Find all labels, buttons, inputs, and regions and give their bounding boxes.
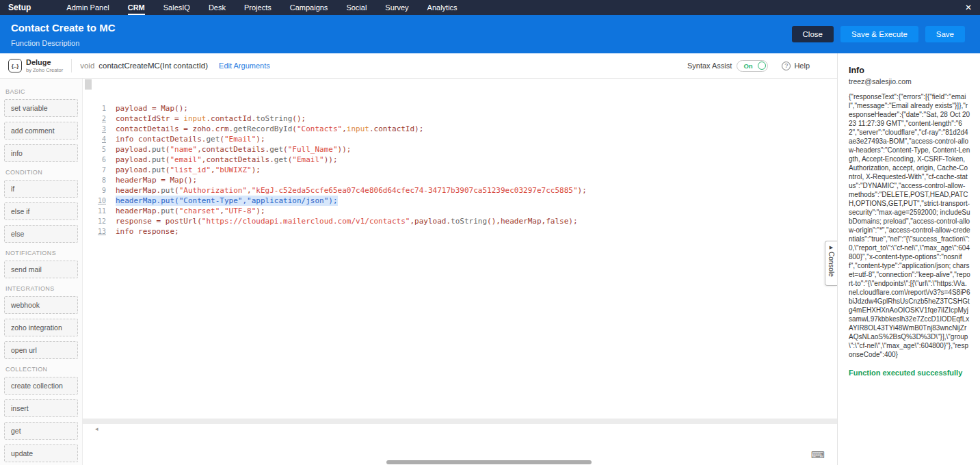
topnav-items: Admin PanelCRMSalesIQDeskProjectsCampaig…: [66, 0, 457, 15]
topnav-item-crm[interactable]: CRM: [128, 0, 145, 15]
help-icon: ?: [782, 62, 791, 70]
sidebar-item-zoho-integration[interactable]: zoho integration: [4, 319, 78, 336]
code-line[interactable]: 9headerMap.put("Authorization","kEgJ-c52…: [83, 185, 837, 196]
info-response-text: {"responseText":{"errors":[{"field":"ema…: [849, 92, 970, 359]
code-line[interactable]: 7payload.put("list_id","bUWIXZ");: [83, 165, 837, 175]
sidebar-section-title: COLLECTION: [5, 366, 77, 373]
code-line[interactable]: 8headerMap = Map();: [83, 175, 837, 185]
code-text: payload = Map();: [116, 103, 188, 114]
function-description-link[interactable]: Function Description: [11, 39, 116, 47]
sidebar-item-if[interactable]: if: [4, 180, 78, 198]
sidebar-item-add-comment[interactable]: add comment: [4, 122, 78, 140]
code-text: headerMap.put("Content-Type","applicatio…: [116, 196, 338, 206]
sidebar-section-title: BASIC: [5, 88, 77, 95]
editor-vertical-scroll-thumb[interactable]: [85, 79, 92, 90]
sidebar-item-create-collection[interactable]: create collection: [4, 377, 78, 395]
close-button[interactable]: Close: [792, 26, 834, 42]
topnav-item-survey[interactable]: Survey: [385, 0, 408, 15]
save-execute-button[interactable]: Save & Execute: [840, 26, 918, 42]
line-number[interactable]: 3: [83, 124, 116, 134]
editor-horizontal-scrollbar[interactable]: [83, 418, 837, 424]
console-tab[interactable]: ▶ Console: [825, 241, 837, 286]
line-number[interactable]: 5: [83, 144, 116, 155]
sidebar-item-else-if[interactable]: else if: [4, 202, 78, 220]
code-lines: 1payload = Map();2contactIdStr = input.c…: [83, 79, 837, 237]
edit-arguments-link[interactable]: Edit Arguments: [219, 62, 270, 70]
toggle-knob: [758, 62, 766, 70]
sidebar-item-insert[interactable]: insert: [4, 399, 78, 417]
keyboard-icon[interactable]: ⌨: [811, 450, 825, 460]
close-icon[interactable]: ✕: [965, 3, 972, 12]
code-text: response = postUrl("https://cloudapi.mai…: [116, 216, 578, 226]
topnav-item-analytics[interactable]: Analytics: [427, 0, 458, 15]
deluge-title: Deluge: [26, 59, 63, 66]
code-editor[interactable]: 1payload = Map();2contactIdStr = input.c…: [83, 79, 837, 418]
code-text: info contactDetails.get("Email");: [116, 134, 265, 144]
code-line[interactable]: 6payload.put("email",contactDetails.get(…: [83, 155, 837, 165]
collapse-left-icon[interactable]: ◂: [95, 425, 98, 432]
horizontal-scrollbar-thumb[interactable]: [386, 460, 592, 464]
code-text: payload.put("name",contactDetails.get("F…: [116, 144, 351, 155]
editor-toolbar: {..} Deluge by Zoho Creator voidcontactC…: [0, 53, 837, 79]
execution-status: Function executed successfully: [849, 369, 970, 377]
topnav-item-projects[interactable]: Projects: [244, 0, 272, 15]
sidebar-item-update[interactable]: update: [4, 444, 78, 462]
code-line[interactable]: 11headerMap.put("charset","UTF-8");: [83, 206, 837, 216]
code-line[interactable]: 4info contactDetails.get("Email");: [83, 134, 837, 144]
help-label: Help: [794, 62, 810, 70]
sidebar-item-get[interactable]: get: [4, 422, 78, 440]
code-line[interactable]: 1payload = Map();: [83, 103, 837, 114]
sidebar: BASICset variableadd commentinfoCONDITIO…: [0, 79, 83, 465]
line-number[interactable]: 7: [83, 165, 116, 175]
topnav-item-campaigns[interactable]: Campaigns: [290, 0, 328, 15]
topnav-item-salesiq[interactable]: SalesIQ: [163, 0, 190, 15]
signature-text: contactCreateMC(Int contactId): [98, 62, 208, 70]
code-line[interactable]: 12response = postUrl("https://cloudapi.m…: [83, 216, 837, 226]
code-text: headerMap.put("Authorization","kEgJ-c52e…: [116, 185, 587, 196]
code-line[interactable]: 10headerMap.put("Content-Type","applicat…: [83, 196, 837, 206]
deluge-logo-icon: {..}: [8, 59, 22, 72]
save-button[interactable]: Save: [925, 26, 965, 42]
sidebar-item-open-url[interactable]: open url: [4, 341, 78, 359]
line-number[interactable]: 2: [83, 114, 116, 124]
line-number[interactable]: 13: [83, 226, 116, 237]
line-number[interactable]: 1: [83, 103, 116, 114]
console-expand-icon: ▶: [830, 245, 833, 250]
topnav-item-admin-panel[interactable]: Admin Panel: [66, 0, 109, 15]
header-titles: Contact Create to MC Function Descriptio…: [11, 22, 116, 47]
code-text: info response;: [116, 226, 179, 237]
sidebar-item-else[interactable]: else: [4, 225, 78, 243]
syntax-assist-toggle[interactable]: On: [737, 60, 768, 72]
code-text: payload.put("list_id","bUWIXZ");: [116, 165, 261, 175]
topnav-item-desk[interactable]: Desk: [209, 0, 226, 15]
sidebar-section-title: INTEGRATIONS: [5, 285, 77, 292]
code-line[interactable]: 3contactDetails = zoho.crm.getRecordById…: [83, 124, 837, 134]
sidebar-section-title: NOTIFICATIONS: [5, 250, 77, 256]
code-line[interactable]: 13info response;: [83, 226, 837, 237]
editor-column: 1payload = Map();2contactIdStr = input.c…: [83, 79, 837, 465]
info-email: treez@salesjio.com: [849, 77, 970, 85]
function-header: Contact Create to MC Function Descriptio…: [0, 15, 980, 53]
info-panel-title: Info: [849, 66, 970, 75]
sidebar-item-send-mail[interactable]: send mail: [4, 261, 78, 278]
line-number[interactable]: 11: [83, 206, 116, 216]
line-number[interactable]: 8: [83, 175, 116, 185]
code-line[interactable]: 2contactIdStr = input.contactId.toString…: [83, 114, 837, 124]
line-number[interactable]: 4: [83, 134, 116, 144]
code-text: contactIdStr = input.contactId.toString(…: [116, 114, 306, 124]
code-text: contactDetails = zoho.crm.getRecordById(…: [116, 124, 423, 134]
editor-pane: {..} Deluge by Zoho Creator voidcontactC…: [0, 53, 838, 465]
code-line[interactable]: 5payload.put("name",contactDetails.get("…: [83, 144, 837, 155]
info-panel: Info treez@salesjio.com {"responseText":…: [838, 53, 980, 465]
toggle-state-label: On: [743, 62, 752, 70]
top-navigation-bar: Setup Admin PanelCRMSalesIQDeskProjectsC…: [0, 0, 980, 15]
sidebar-item-set-variable[interactable]: set variable: [4, 99, 78, 117]
line-number[interactable]: 12: [83, 216, 116, 226]
line-number[interactable]: 9: [83, 185, 116, 196]
line-number[interactable]: 10: [83, 196, 116, 206]
sidebar-item-info[interactable]: info: [4, 144, 78, 162]
topnav-item-social[interactable]: Social: [346, 0, 367, 15]
sidebar-item-webhook[interactable]: webhook: [4, 296, 78, 314]
line-number[interactable]: 6: [83, 155, 116, 165]
help-button[interactable]: ? Help: [782, 62, 810, 70]
